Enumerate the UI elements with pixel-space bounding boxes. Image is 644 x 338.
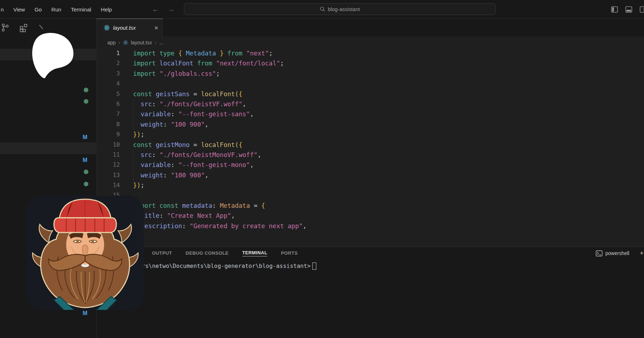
- code-line[interactable]: 6 src: "./fonts/GeistVF.woff",: [97, 99, 644, 109]
- history-nav: ← →: [152, 0, 174, 19]
- line-content: title: "Create Next App",: [133, 211, 235, 221]
- line-content: variable: "--font-geist-sans",: [133, 109, 254, 119]
- breadcrumb-folder[interactable]: app: [107, 40, 116, 45]
- toggle-secondary-sidebar-icon[interactable]: [640, 6, 644, 13]
- line-content: const geistSans = localFont({: [133, 89, 243, 99]
- git-modified-badge: M: [83, 310, 87, 317]
- line-content: weight: "100 900",: [133, 170, 209, 180]
- line-content: src: "./fonts/GeistVF.woff",: [133, 99, 246, 109]
- line-content: import "./globals.css";: [133, 69, 220, 79]
- line-number: 6: [97, 99, 120, 109]
- code-line[interactable]: 8 weight: "100 900",: [97, 119, 644, 129]
- tab-layout-tsx[interactable]: layout.tsx ×: [97, 19, 163, 36]
- line-number: 1: [97, 48, 120, 58]
- git-modified-badge: M: [83, 134, 87, 141]
- command-center-search[interactable]: blog-assistant: [184, 3, 496, 15]
- line-content: description: "Generated by create next a…: [133, 221, 307, 231]
- back-arrow-icon[interactable]: ←: [152, 6, 158, 13]
- line-content: src: "./fonts/GeistMonoVF.woff",: [133, 150, 261, 160]
- line-number: 4: [97, 79, 120, 89]
- panel-tab-debug-console[interactable]: DEBUG CONSOLE: [186, 250, 229, 256]
- git-untracked-dot: [84, 88, 88, 92]
- code-line[interactable]: 9});: [97, 129, 644, 139]
- code-line[interactable]: 7 variable: "--font-geist-sans",: [97, 109, 644, 119]
- menu-item-go[interactable]: Go: [35, 6, 42, 13]
- terminal-shell-selector[interactable]: powershell: [596, 247, 629, 259]
- breadcrumb-symbol-more[interactable]: ...: [159, 40, 164, 45]
- lumberjack-avatar-image: [27, 196, 144, 310]
- tab-label: layout.tsx: [113, 25, 151, 31]
- terminal-content[interactable]: rs\netwo\Documents\blog-generator\blog-a…: [142, 262, 316, 270]
- extensions-icon[interactable]: [19, 23, 29, 32]
- chevron-right-icon: ›: [118, 40, 120, 45]
- line-number: 10: [97, 140, 120, 150]
- menu-item-help[interactable]: Help: [101, 6, 112, 13]
- panel-tab-ports[interactable]: PORTS: [281, 250, 298, 256]
- scm-list-row[interactable]: [0, 142, 97, 154]
- line-number: 13: [97, 170, 120, 180]
- code-editor[interactable]: 1import type { Metadata } from "next";2i…: [97, 48, 644, 247]
- git-branch-icon[interactable]: [1, 23, 9, 32]
- menu-item-view[interactable]: View: [13, 6, 25, 13]
- line-number: 14: [97, 180, 120, 190]
- code-line[interactable]: 15: [97, 190, 644, 200]
- react-atom-icon: [123, 40, 128, 45]
- line-content: });: [133, 180, 145, 190]
- code-line[interactable]: 18 description: "Generated by create nex…: [97, 221, 644, 231]
- line-number: 12: [97, 160, 120, 170]
- code-line[interactable]: 11 src: "./fonts/GeistMonoVF.woff",: [97, 150, 644, 160]
- terminal-prompt-text: rs\netwo\Documents\blog-generator\blog-a…: [142, 262, 311, 270]
- close-icon[interactable]: ×: [154, 25, 158, 31]
- react-atom-icon: [104, 25, 110, 31]
- line-content: import localFont from "next/font/local";: [133, 58, 284, 68]
- code-line[interactable]: 5const geistSans = localFont({: [97, 89, 644, 99]
- menu-item-selection-partial[interactable]: n: [1, 6, 4, 13]
- menu-item-run[interactable]: Run: [52, 6, 62, 13]
- title-bar: n View Go Run Terminal Help ← → blog-ass…: [0, 0, 644, 19]
- bottom-panel: OUTPUT DEBUG CONSOLE TERMINAL PORTS powe…: [97, 247, 644, 338]
- editor-group: layout.tsx × app › layout.tsx › ... 1imp…: [97, 19, 644, 247]
- search-value: blog-assistant: [328, 6, 360, 12]
- code-line[interactable]: 3import "./globals.css";: [97, 69, 644, 79]
- code-line[interactable]: 14});: [97, 180, 644, 190]
- panel-tab-bar: OUTPUT DEBUG CONSOLE TERMINAL PORTS: [152, 247, 298, 259]
- line-content: weight: "100 900",: [133, 119, 209, 129]
- breadcrumb-file[interactable]: layout.tsx: [131, 40, 152, 45]
- code-line[interactable]: 4: [97, 79, 644, 89]
- code-line[interactable]: 13 weight: "100 900",: [97, 170, 644, 180]
- vscode-window: n View Go Run Terminal Help ← → blog-ass…: [0, 0, 644, 338]
- nose: [82, 245, 88, 255]
- git-modified-badge: M: [83, 157, 87, 163]
- code-line[interactable]: 12 variable: "--font-geist-mono",: [97, 160, 644, 170]
- shell-label: powershell: [605, 250, 629, 256]
- code-line[interactable]: 2import localFont from "next/font/local"…: [97, 58, 644, 68]
- beaker-icon-partial[interactable]: [39, 24, 44, 31]
- forward-arrow-icon[interactable]: →: [168, 6, 174, 13]
- code-line[interactable]: 17 title: "Create Next App",: [97, 211, 644, 221]
- line-content: const geistMono = localFont({: [133, 140, 243, 150]
- search-icon: [320, 6, 325, 12]
- menu-item-terminal[interactable]: Terminal: [71, 6, 91, 13]
- panel-tab-terminal[interactable]: TERMINAL: [242, 250, 267, 256]
- line-number: 3: [97, 69, 120, 79]
- line-content: export const metadata: Metadata = {: [133, 201, 265, 211]
- new-terminal-button[interactable]: +: [640, 247, 644, 259]
- line-number: 5: [97, 89, 120, 99]
- panel-tab-output[interactable]: OUTPUT: [152, 250, 172, 256]
- terminal-cursor: [312, 263, 316, 270]
- code-line[interactable]: 16export const metadata: Metadata = {: [97, 201, 644, 211]
- line-number: 11: [97, 150, 120, 160]
- tab-bar: layout.tsx ×: [97, 19, 644, 36]
- git-untracked-dot: [84, 99, 88, 104]
- code-line[interactable]: 1import type { Metadata } from "next";: [97, 48, 644, 58]
- line-number: 7: [97, 109, 120, 119]
- line-number: 9: [97, 129, 120, 139]
- toggle-panel-icon[interactable]: [625, 6, 632, 13]
- breadcrumb: app › layout.tsx › ...: [97, 36, 644, 48]
- terminal-prompt-icon: [596, 250, 602, 256]
- toggle-sidebar-icon[interactable]: [611, 6, 618, 13]
- code-line[interactable]: 10const geistMono = localFont({: [97, 140, 644, 150]
- line-content: import type { Metadata } from "next";: [133, 48, 273, 58]
- line-number: 8: [97, 119, 120, 129]
- line-content: variable: "--font-geist-mono",: [133, 160, 254, 170]
